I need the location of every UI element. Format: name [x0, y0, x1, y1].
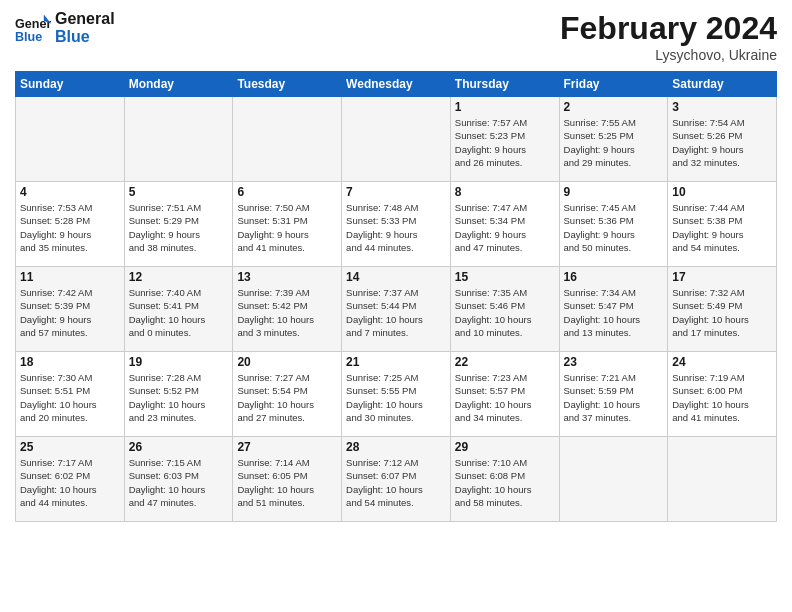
day-number: 26 — [129, 440, 229, 454]
day-info: Sunrise: 7:55 AM Sunset: 5:25 PM Dayligh… — [564, 116, 664, 169]
logo-blue: Blue — [55, 28, 115, 46]
day-number: 15 — [455, 270, 555, 284]
calendar-cell: 28Sunrise: 7:12 AM Sunset: 6:07 PM Dayli… — [342, 437, 451, 522]
day-number: 4 — [20, 185, 120, 199]
calendar-cell: 24Sunrise: 7:19 AM Sunset: 6:00 PM Dayli… — [668, 352, 777, 437]
logo: General Blue General Blue — [15, 10, 115, 46]
day-info: Sunrise: 7:12 AM Sunset: 6:07 PM Dayligh… — [346, 456, 446, 509]
day-number: 27 — [237, 440, 337, 454]
day-header-tuesday: Tuesday — [233, 72, 342, 97]
day-number: 14 — [346, 270, 446, 284]
week-row-1: 1Sunrise: 7:57 AM Sunset: 5:23 PM Daylig… — [16, 97, 777, 182]
day-number: 13 — [237, 270, 337, 284]
day-info: Sunrise: 7:27 AM Sunset: 5:54 PM Dayligh… — [237, 371, 337, 424]
calendar-cell: 4Sunrise: 7:53 AM Sunset: 5:28 PM Daylig… — [16, 182, 125, 267]
day-number: 17 — [672, 270, 772, 284]
calendar-cell: 6Sunrise: 7:50 AM Sunset: 5:31 PM Daylig… — [233, 182, 342, 267]
day-number: 19 — [129, 355, 229, 369]
day-number: 16 — [564, 270, 664, 284]
day-info: Sunrise: 7:48 AM Sunset: 5:33 PM Dayligh… — [346, 201, 446, 254]
day-number: 11 — [20, 270, 120, 284]
day-info: Sunrise: 7:14 AM Sunset: 6:05 PM Dayligh… — [237, 456, 337, 509]
day-number: 9 — [564, 185, 664, 199]
day-number: 24 — [672, 355, 772, 369]
day-info: Sunrise: 7:40 AM Sunset: 5:41 PM Dayligh… — [129, 286, 229, 339]
day-number: 1 — [455, 100, 555, 114]
day-info: Sunrise: 7:15 AM Sunset: 6:03 PM Dayligh… — [129, 456, 229, 509]
week-row-5: 25Sunrise: 7:17 AM Sunset: 6:02 PM Dayli… — [16, 437, 777, 522]
calendar-cell: 7Sunrise: 7:48 AM Sunset: 5:33 PM Daylig… — [342, 182, 451, 267]
day-info: Sunrise: 7:21 AM Sunset: 5:59 PM Dayligh… — [564, 371, 664, 424]
day-header-friday: Friday — [559, 72, 668, 97]
svg-text:Blue: Blue — [15, 30, 42, 44]
day-header-monday: Monday — [124, 72, 233, 97]
day-number: 18 — [20, 355, 120, 369]
title-block: February 2024 Lysychovo, Ukraine — [560, 10, 777, 63]
calendar-cell: 5Sunrise: 7:51 AM Sunset: 5:29 PM Daylig… — [124, 182, 233, 267]
calendar-cell: 15Sunrise: 7:35 AM Sunset: 5:46 PM Dayli… — [450, 267, 559, 352]
calendar-cell — [559, 437, 668, 522]
day-info: Sunrise: 7:50 AM Sunset: 5:31 PM Dayligh… — [237, 201, 337, 254]
calendar-cell: 21Sunrise: 7:25 AM Sunset: 5:55 PM Dayli… — [342, 352, 451, 437]
calendar-cell: 27Sunrise: 7:14 AM Sunset: 6:05 PM Dayli… — [233, 437, 342, 522]
day-info: Sunrise: 7:28 AM Sunset: 5:52 PM Dayligh… — [129, 371, 229, 424]
calendar-cell — [233, 97, 342, 182]
day-info: Sunrise: 7:45 AM Sunset: 5:36 PM Dayligh… — [564, 201, 664, 254]
day-number: 3 — [672, 100, 772, 114]
calendar-cell: 1Sunrise: 7:57 AM Sunset: 5:23 PM Daylig… — [450, 97, 559, 182]
day-number: 5 — [129, 185, 229, 199]
calendar-cell: 3Sunrise: 7:54 AM Sunset: 5:26 PM Daylig… — [668, 97, 777, 182]
day-number: 28 — [346, 440, 446, 454]
calendar-cell: 22Sunrise: 7:23 AM Sunset: 5:57 PM Dayli… — [450, 352, 559, 437]
calendar-cell: 19Sunrise: 7:28 AM Sunset: 5:52 PM Dayli… — [124, 352, 233, 437]
calendar-cell — [668, 437, 777, 522]
day-info: Sunrise: 7:39 AM Sunset: 5:42 PM Dayligh… — [237, 286, 337, 339]
day-header-sunday: Sunday — [16, 72, 125, 97]
calendar-cell — [16, 97, 125, 182]
day-number: 2 — [564, 100, 664, 114]
logo-general: General — [55, 10, 115, 28]
day-info: Sunrise: 7:47 AM Sunset: 5:34 PM Dayligh… — [455, 201, 555, 254]
calendar-cell: 13Sunrise: 7:39 AM Sunset: 5:42 PM Dayli… — [233, 267, 342, 352]
calendar-cell — [124, 97, 233, 182]
week-row-4: 18Sunrise: 7:30 AM Sunset: 5:51 PM Dayli… — [16, 352, 777, 437]
day-number: 10 — [672, 185, 772, 199]
day-number: 23 — [564, 355, 664, 369]
day-info: Sunrise: 7:44 AM Sunset: 5:38 PM Dayligh… — [672, 201, 772, 254]
calendar-body: 1Sunrise: 7:57 AM Sunset: 5:23 PM Daylig… — [16, 97, 777, 522]
week-row-2: 4Sunrise: 7:53 AM Sunset: 5:28 PM Daylig… — [16, 182, 777, 267]
day-number: 7 — [346, 185, 446, 199]
calendar-cell: 9Sunrise: 7:45 AM Sunset: 5:36 PM Daylig… — [559, 182, 668, 267]
calendar-cell: 11Sunrise: 7:42 AM Sunset: 5:39 PM Dayli… — [16, 267, 125, 352]
day-header-saturday: Saturday — [668, 72, 777, 97]
week-row-3: 11Sunrise: 7:42 AM Sunset: 5:39 PM Dayli… — [16, 267, 777, 352]
day-info: Sunrise: 7:23 AM Sunset: 5:57 PM Dayligh… — [455, 371, 555, 424]
calendar-cell: 17Sunrise: 7:32 AM Sunset: 5:49 PM Dayli… — [668, 267, 777, 352]
calendar-cell: 18Sunrise: 7:30 AM Sunset: 5:51 PM Dayli… — [16, 352, 125, 437]
calendar-cell: 16Sunrise: 7:34 AM Sunset: 5:47 PM Dayli… — [559, 267, 668, 352]
day-header-wednesday: Wednesday — [342, 72, 451, 97]
day-number: 12 — [129, 270, 229, 284]
day-number: 25 — [20, 440, 120, 454]
calendar-cell: 2Sunrise: 7:55 AM Sunset: 5:25 PM Daylig… — [559, 97, 668, 182]
calendar-cell: 25Sunrise: 7:17 AM Sunset: 6:02 PM Dayli… — [16, 437, 125, 522]
day-info: Sunrise: 7:53 AM Sunset: 5:28 PM Dayligh… — [20, 201, 120, 254]
calendar-cell: 29Sunrise: 7:10 AM Sunset: 6:08 PM Dayli… — [450, 437, 559, 522]
calendar-header: SundayMondayTuesdayWednesdayThursdayFrid… — [16, 72, 777, 97]
location: Lysychovo, Ukraine — [560, 47, 777, 63]
day-info: Sunrise: 7:19 AM Sunset: 6:00 PM Dayligh… — [672, 371, 772, 424]
day-info: Sunrise: 7:32 AM Sunset: 5:49 PM Dayligh… — [672, 286, 772, 339]
calendar-cell: 12Sunrise: 7:40 AM Sunset: 5:41 PM Dayli… — [124, 267, 233, 352]
calendar-cell: 20Sunrise: 7:27 AM Sunset: 5:54 PM Dayli… — [233, 352, 342, 437]
calendar-table: SundayMondayTuesdayWednesdayThursdayFrid… — [15, 71, 777, 522]
calendar-cell: 26Sunrise: 7:15 AM Sunset: 6:03 PM Dayli… — [124, 437, 233, 522]
day-number: 6 — [237, 185, 337, 199]
calendar-cell: 8Sunrise: 7:47 AM Sunset: 5:34 PM Daylig… — [450, 182, 559, 267]
day-number: 8 — [455, 185, 555, 199]
day-info: Sunrise: 7:57 AM Sunset: 5:23 PM Dayligh… — [455, 116, 555, 169]
day-number: 22 — [455, 355, 555, 369]
day-info: Sunrise: 7:54 AM Sunset: 5:26 PM Dayligh… — [672, 116, 772, 169]
month-title: February 2024 — [560, 10, 777, 47]
day-info: Sunrise: 7:35 AM Sunset: 5:46 PM Dayligh… — [455, 286, 555, 339]
day-info: Sunrise: 7:42 AM Sunset: 5:39 PM Dayligh… — [20, 286, 120, 339]
